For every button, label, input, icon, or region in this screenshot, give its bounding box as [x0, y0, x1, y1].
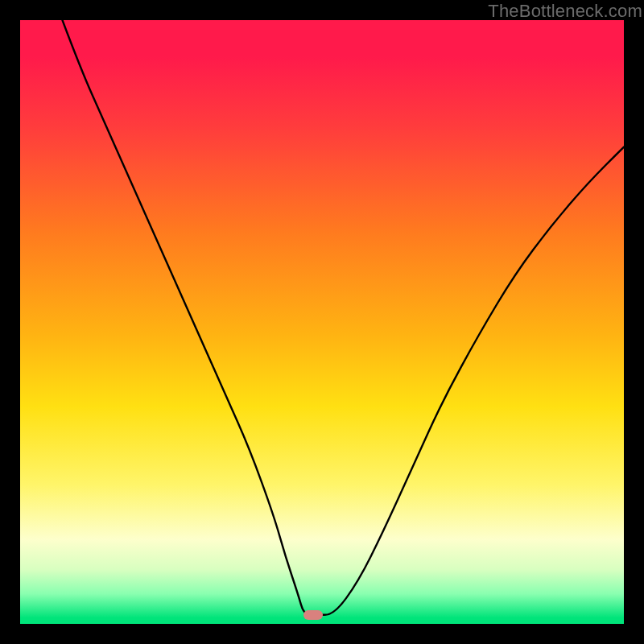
plot-area — [20, 20, 624, 624]
chart-stage: TheBottleneck.com — [0, 0, 644, 644]
marker-dot — [303, 610, 323, 620]
watermark-text: TheBottleneck.com — [488, 1, 642, 22]
bottleneck-curve — [20, 20, 624, 624]
